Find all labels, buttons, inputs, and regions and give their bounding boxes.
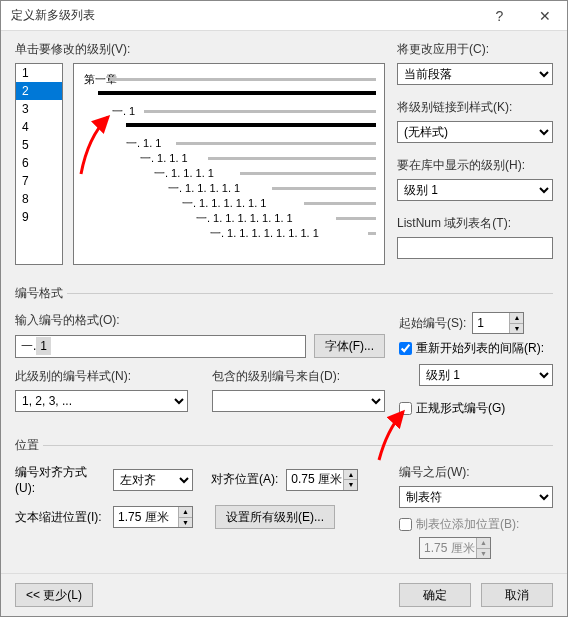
less-button[interactable]: << 更少(L): [15, 583, 93, 607]
aligned-at-spinner[interactable]: ▲▼: [343, 470, 357, 490]
level-item[interactable]: 6: [16, 154, 62, 172]
preview-line-text: 一. 1. 1: [126, 136, 163, 151]
enter-number-format-input[interactable]: 一.1: [15, 335, 306, 358]
level-item[interactable]: 1: [16, 64, 62, 82]
preview-line-text: 一. 1. 1. 1: [140, 151, 190, 166]
start-at-label: 起始编号(S):: [399, 315, 466, 332]
level-listbox[interactable]: 1 2 3 4 5 6 7 8 9: [15, 63, 63, 265]
number-style-select[interactable]: 1, 2, 3, ...: [15, 390, 188, 412]
dialog-title: 定义新多级列表: [11, 7, 477, 24]
text-indent-at-spinner[interactable]: ▲▼: [178, 507, 192, 527]
listnum-field-name-input[interactable]: [397, 237, 553, 259]
apply-changes-to-label: 将更改应用于(C):: [397, 41, 553, 58]
add-tab-stop-at-spinner: ▲▼: [476, 538, 490, 558]
level-item[interactable]: 3: [16, 100, 62, 118]
apply-changes-to-select[interactable]: 当前段落: [397, 63, 553, 85]
link-level-to-style-label: 将级别链接到样式(K):: [397, 99, 553, 116]
preview-line-text: 一. 1. 1. 1. 1. 1. 1. 1. 1: [210, 226, 321, 241]
show-level-in-gallery-label: 要在库中显示的级别(H):: [397, 157, 553, 174]
cancel-button[interactable]: 取消: [481, 583, 553, 607]
listnum-field-name-label: ListNum 域列表名(T):: [397, 215, 553, 232]
link-level-to-style-select[interactable]: (无样式): [397, 121, 553, 143]
add-tab-stop-at-label: 制表位添加位置(B):: [416, 516, 519, 533]
preview-line-text: 一. 1. 1. 1. 1. 1: [168, 181, 242, 196]
add-tab-stop-at-checkbox[interactable]: [399, 518, 412, 531]
number-alignment-select[interactable]: 左对齐: [113, 469, 193, 491]
restart-list-after-checkbox[interactable]: [399, 342, 412, 355]
legal-style-numbering-label: 正规形式编号(G): [416, 400, 505, 417]
preview-line-text: 一. 1. 1. 1. 1. 1. 1: [182, 196, 268, 211]
preview-line-text: 一. 1: [112, 104, 137, 119]
close-button[interactable]: ✕: [522, 1, 567, 31]
number-format-legend: 编号格式: [15, 285, 67, 302]
aligned-at-label: 对齐位置(A):: [211, 471, 278, 488]
set-for-all-levels-button[interactable]: 设置所有级别(E)...: [215, 505, 335, 529]
level-item[interactable]: 9: [16, 208, 62, 226]
level-item[interactable]: 5: [16, 136, 62, 154]
include-level-from-select[interactable]: [212, 390, 385, 412]
legal-style-numbering-checkbox[interactable]: [399, 402, 412, 415]
help-button[interactable]: ?: [477, 1, 522, 31]
enter-number-format-label: 输入编号的格式(O):: [15, 312, 385, 329]
show-level-in-gallery-select[interactable]: 级别 1: [397, 179, 553, 201]
position-legend: 位置: [15, 437, 43, 454]
level-item[interactable]: 2: [16, 82, 62, 100]
text-indent-at-label: 文本缩进位置(I):: [15, 509, 105, 526]
follow-number-with-select[interactable]: 制表符: [399, 486, 553, 508]
ok-button[interactable]: 确定: [399, 583, 471, 607]
include-level-from-label: 包含的级别编号来自(D):: [212, 368, 385, 385]
start-at-spinner[interactable]: ▲▼: [509, 313, 523, 333]
level-item[interactable]: 4: [16, 118, 62, 136]
number-alignment-label: 编号对齐方式(U):: [15, 464, 105, 495]
font-button[interactable]: 字体(F)...: [314, 334, 385, 358]
level-item[interactable]: 7: [16, 172, 62, 190]
number-style-label: 此级别的编号样式(N):: [15, 368, 188, 385]
follow-number-with-label: 编号之后(W):: [399, 464, 553, 481]
click-level-label: 单击要修改的级别(V):: [15, 41, 385, 58]
restart-list-after-label: 重新开始列表的间隔(R):: [416, 340, 544, 357]
numbering-preview: 第一章一. 1一. 1. 1一. 1. 1. 1一. 1. 1. 1. 1一. …: [73, 63, 385, 265]
level-item[interactable]: 8: [16, 190, 62, 208]
restart-list-after-select[interactable]: 级别 1: [419, 364, 553, 386]
preview-line-text: 一. 1. 1. 1. 1: [154, 166, 216, 181]
preview-line-text: 一. 1. 1. 1. 1. 1. 1. 1: [196, 211, 295, 226]
